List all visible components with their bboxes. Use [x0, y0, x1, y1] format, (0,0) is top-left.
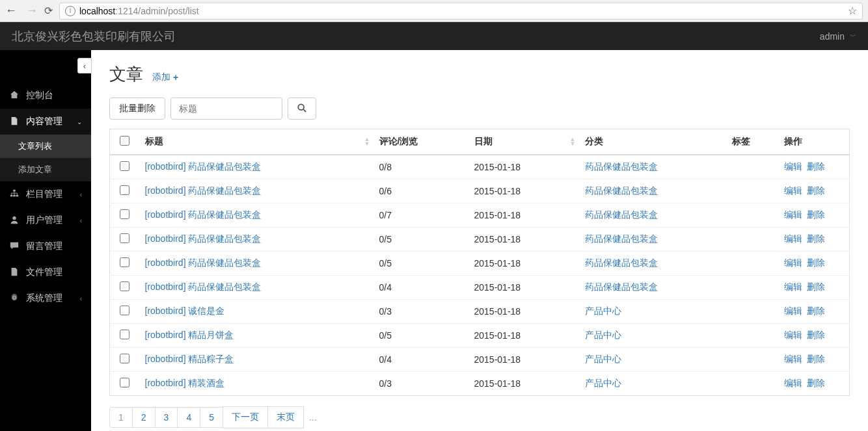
row-title-link[interactable]: 药品保健品包装盒 [188, 209, 261, 220]
bulk-delete-button[interactable]: 批量删除 [109, 98, 165, 120]
page-4[interactable]: 4 [177, 407, 200, 428]
row-title-link[interactable]: 精品月饼盒 [188, 330, 234, 340]
edit-link[interactable]: 编辑 [784, 161, 802, 172]
row-title-link[interactable]: 精装酒盒 [188, 378, 224, 388]
row-category-link[interactable]: 药品保健品包装盒 [585, 281, 658, 292]
delete-link[interactable]: 删除 [807, 257, 825, 268]
sidebar-subitem-1-1[interactable]: 添加文章 [0, 158, 91, 181]
edit-link[interactable]: 编辑 [784, 354, 802, 364]
row-category-link[interactable]: 药品保健品包装盒 [585, 185, 658, 196]
row-author[interactable]: [robotbird] [145, 306, 186, 316]
edit-link[interactable]: 编辑 [784, 257, 802, 268]
row-checkbox[interactable] [120, 378, 129, 387]
sidebar-item-1[interactable]: 内容管理⌄ [0, 109, 91, 135]
add-link[interactable]: 添加 + [152, 72, 178, 83]
delete-link[interactable]: 删除 [807, 185, 825, 196]
sidebar-collapse-button[interactable]: ‹ [77, 58, 92, 73]
pagination: 12345 下一页 末页 ... [109, 406, 850, 428]
delete-link[interactable]: 删除 [807, 354, 825, 364]
chevron-down-icon: ⌄ [77, 118, 82, 125]
svg-rect-1 [10, 194, 13, 196]
delete-link[interactable]: 删除 [807, 330, 825, 340]
row-category-link[interactable]: 药品保健品包装盒 [585, 161, 658, 172]
row-author[interactable]: [robotbird] [145, 281, 186, 292]
row-category-link[interactable]: 药品保健品包装盒 [585, 257, 658, 268]
row-author[interactable]: [robotbird] [145, 330, 186, 340]
delete-link[interactable]: 删除 [807, 306, 825, 316]
row-author[interactable]: [robotbird] [145, 378, 186, 388]
row-category-link[interactable]: 产品中心 [585, 378, 621, 388]
reload-button[interactable]: ⟳ [44, 5, 53, 17]
bookmark-icon[interactable]: ☆ [848, 5, 857, 17]
row-category-link[interactable]: 药品保健品包装盒 [585, 233, 658, 244]
row-author[interactable]: [robotbird] [145, 257, 186, 268]
edit-link[interactable]: 编辑 [784, 209, 802, 220]
search-input[interactable] [170, 98, 282, 120]
row-title-link[interactable]: 药品保健品包装盒 [188, 185, 261, 196]
row-author[interactable]: [robotbird] [145, 185, 186, 196]
row-date: 2015-01-18 [469, 252, 580, 276]
col-title[interactable]: 标题▲▼ [140, 129, 374, 155]
delete-link[interactable]: 删除 [807, 281, 825, 292]
delete-link[interactable]: 删除 [807, 378, 825, 388]
info-icon[interactable]: i [65, 6, 75, 16]
edit-link[interactable]: 编辑 [784, 378, 802, 388]
page-5[interactable]: 5 [200, 407, 223, 428]
row-category-link[interactable]: 产品中心 [585, 354, 621, 364]
col-date[interactable]: 日期▲▼ [469, 129, 580, 155]
row-category-link[interactable]: 产品中心 [585, 306, 621, 316]
row-checkbox[interactable] [120, 185, 129, 195]
page-more: ... [304, 412, 322, 423]
user-icon [9, 215, 20, 226]
row-checkbox[interactable] [120, 257, 129, 267]
row-checkbox[interactable] [120, 354, 129, 363]
row-stats: 0/5 [374, 228, 469, 252]
row-author[interactable]: [robotbird] [145, 209, 186, 220]
delete-link[interactable]: 删除 [807, 161, 825, 172]
back-button[interactable]: ← [5, 4, 17, 18]
row-checkbox[interactable] [120, 161, 129, 171]
page-3[interactable]: 3 [155, 407, 178, 428]
row-author[interactable]: [robotbird] [145, 161, 186, 172]
dashboard-icon [9, 90, 20, 101]
sidebar-item-0[interactable]: 控制台 [0, 83, 91, 109]
edit-link[interactable]: 编辑 [784, 281, 802, 292]
row-author[interactable]: [robotbird] [145, 354, 186, 364]
row-title-link[interactable]: 药品保健品包装盒 [188, 281, 261, 292]
address-bar[interactable]: i localhost:1214/admin/post/list ☆ [59, 3, 863, 20]
row-title-link[interactable]: 精品粽子盒 [188, 354, 234, 364]
table-row: [robotbird] 精品粽子盒0/42015-01-18产品中心编辑 删除 [110, 348, 850, 372]
row-title-link[interactable]: 药品保健品包装盒 [188, 161, 261, 172]
row-title-link[interactable]: 药品保健品包装盒 [188, 233, 261, 244]
row-title-link[interactable]: 药品保健品包装盒 [188, 257, 261, 268]
sidebar-item-5[interactable]: 文件管理 [0, 259, 91, 285]
row-checkbox[interactable] [120, 209, 129, 219]
row-title-link[interactable]: 诚信是金 [188, 306, 224, 316]
row-checkbox[interactable] [120, 306, 129, 315]
row-checkbox[interactable] [120, 330, 129, 339]
sidebar-item-4[interactable]: 留言管理 [0, 233, 91, 259]
delete-link[interactable]: 删除 [807, 233, 825, 244]
page-1[interactable]: 1 [109, 407, 133, 428]
row-category-link[interactable]: 产品中心 [585, 330, 621, 340]
forward-button[interactable]: → [26, 4, 38, 18]
edit-link[interactable]: 编辑 [784, 330, 802, 340]
edit-link[interactable]: 编辑 [784, 233, 802, 244]
sidebar-item-2[interactable]: 栏目管理‹ [0, 181, 91, 207]
edit-link[interactable]: 编辑 [784, 185, 802, 196]
row-author[interactable]: [robotbird] [145, 233, 186, 244]
page-2[interactable]: 2 [132, 407, 156, 428]
sidebar-subitem-1-0[interactable]: 文章列表 [0, 135, 91, 158]
edit-link[interactable]: 编辑 [784, 306, 802, 316]
page-next[interactable]: 下一页 [223, 406, 268, 428]
row-checkbox[interactable] [120, 281, 129, 291]
row-category-link[interactable]: 药品保健品包装盒 [585, 209, 658, 220]
search-button[interactable] [288, 98, 316, 120]
user-menu[interactable]: admin ﹀ [820, 31, 856, 42]
sidebar-item-3[interactable]: 用户管理‹ [0, 207, 91, 233]
delete-link[interactable]: 删除 [807, 209, 825, 220]
row-checkbox[interactable] [120, 233, 129, 243]
select-all-checkbox[interactable] [120, 136, 129, 146]
page-last[interactable]: 末页 [267, 406, 304, 428]
sidebar-item-6[interactable]: 系统管理‹ [0, 285, 91, 311]
